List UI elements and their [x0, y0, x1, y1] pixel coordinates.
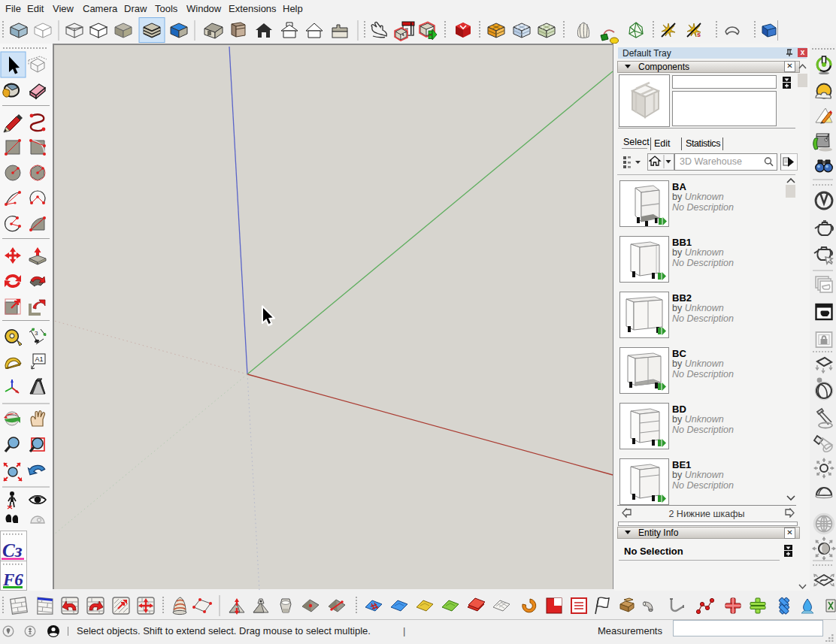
svg-text:A1: A1 [35, 355, 44, 363]
svg-text:Cз: Cз [2, 540, 23, 561]
svg-text:3: 3 [35, 330, 38, 337]
svg-text:s: s [697, 31, 701, 38]
